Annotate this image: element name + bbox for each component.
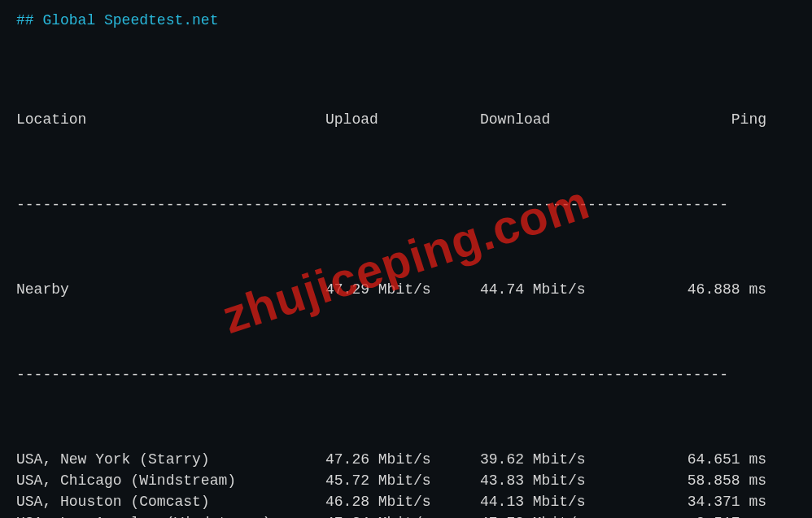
cell-upload: 46.28 Mbit/s [325, 491, 480, 512]
table-row: USA, New York (Starry)47.26 Mbit/s39.62 … [16, 449, 796, 470]
table-row: USA, Los Angeles (Windstream)47.24 Mbit/… [16, 512, 796, 518]
cell-download: 43.83 Mbit/s [480, 470, 635, 491]
cell-download: 44.74 Mbit/s [480, 279, 635, 300]
cell-upload: 47.29 Mbit/s [325, 279, 480, 300]
nearby-row: Nearby 47.29 Mbit/s 44.74 Mbit/s 46.888 … [16, 279, 796, 300]
cell-download: 44.13 Mbit/s [480, 491, 635, 512]
speedtest-table: Location Upload Download Ping ----------… [16, 46, 796, 518]
table-row: USA, Chicago (Windstream)45.72 Mbit/s43.… [16, 470, 796, 491]
cell-location: USA, Chicago (Windstream) [16, 470, 325, 491]
header-upload: Upload [325, 109, 480, 130]
header-download: Download [480, 109, 635, 130]
table-header-row: Location Upload Download Ping [16, 109, 796, 130]
cell-upload: 45.72 Mbit/s [325, 470, 480, 491]
cell-ping: 34.371 ms [635, 491, 773, 512]
table-row: USA, Houston (Comcast)46.28 Mbit/s44.13 … [16, 491, 796, 512]
cell-location: USA, New York (Starry) [16, 449, 325, 470]
cell-ping: 58.858 ms [635, 470, 773, 491]
header-ping: Ping [635, 109, 773, 130]
separator-line: ----------------------------------------… [16, 364, 796, 385]
cell-download: 39.62 Mbit/s [480, 449, 635, 470]
cell-ping: 0.517 ms [635, 512, 773, 518]
cell-upload: 47.26 Mbit/s [325, 449, 480, 470]
cell-location: Nearby [16, 279, 325, 300]
header-location: Location [16, 109, 325, 130]
cell-upload: 47.24 Mbit/s [325, 512, 480, 518]
separator-line: ----------------------------------------… [16, 194, 796, 215]
cell-location: USA, Houston (Comcast) [16, 491, 325, 512]
section-title: ## Global Speedtest.net [16, 10, 796, 31]
cell-ping: 64.651 ms [635, 449, 773, 470]
cell-ping: 46.888 ms [635, 279, 773, 300]
cell-location: USA, Los Angeles (Windstream) [16, 512, 325, 518]
cell-download: 47.70 Mbit/s [480, 512, 635, 518]
